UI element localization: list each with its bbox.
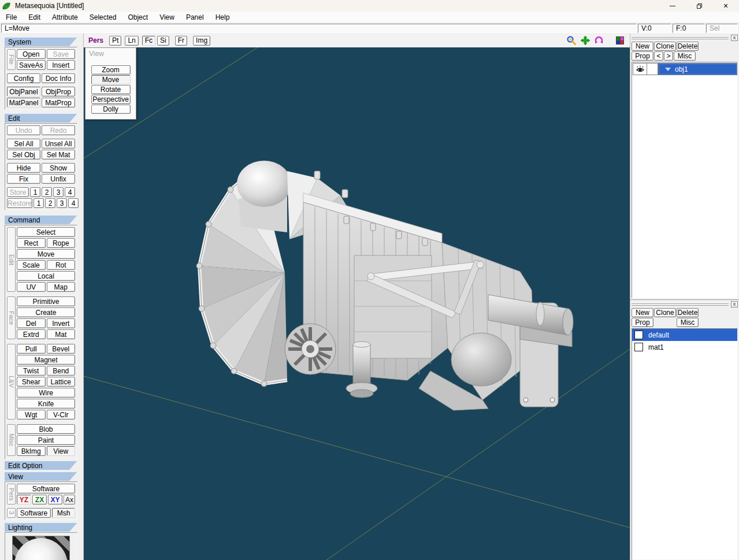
- ax-toggle[interactable]: Ax: [64, 495, 75, 505]
- object-new-button[interactable]: New: [632, 42, 653, 51]
- view-rotate-button[interactable]: Rotate: [91, 85, 131, 94]
- sel-obj-button[interactable]: Sel Obj: [7, 150, 40, 160]
- material-new-button[interactable]: New: [632, 308, 653, 317]
- unsel-all-button[interactable]: Unsel All: [42, 139, 75, 149]
- extrd-command[interactable]: Extrd: [17, 329, 46, 339]
- fr-toggle[interactable]: Fr: [175, 36, 187, 46]
- rope-command[interactable]: Rope: [47, 238, 76, 248]
- docinfo-button[interactable]: Doc Info: [42, 73, 75, 83]
- material-misc-button[interactable]: Misc: [677, 318, 699, 327]
- object-row-selected[interactable]: obj1: [658, 63, 737, 75]
- save-button[interactable]: Save: [47, 49, 76, 59]
- perspective-3d-canvas[interactable]: View Zoom Move Rotate Perspective Dolly: [84, 47, 630, 560]
- bkimg-command[interactable]: BkImg: [17, 446, 46, 456]
- lattice-command[interactable]: Lattice: [47, 377, 76, 387]
- wgt-command[interactable]: Wgt: [17, 410, 46, 420]
- rotate-tool-icon[interactable]: [594, 35, 604, 46]
- scale-command[interactable]: Scale: [17, 260, 46, 270]
- pers-group-tab[interactable]: Pers: [7, 484, 16, 505]
- sel-all-button[interactable]: Sel All: [7, 139, 40, 149]
- light-sphere[interactable]: [14, 538, 68, 560]
- command-misc-group-tab[interactable]: Misc: [7, 424, 16, 456]
- menu-object[interactable]: Object: [122, 12, 154, 23]
- object-list[interactable]: obj1: [632, 62, 738, 298]
- objprop-button[interactable]: ObjProp: [42, 87, 75, 97]
- menu-panel[interactable]: Panel: [180, 12, 210, 23]
- view-zoom-button[interactable]: Zoom: [91, 65, 131, 75]
- system-panel-header[interactable]: System: [5, 37, 77, 46]
- command-face-group-tab[interactable]: Face: [7, 296, 16, 339]
- del-command[interactable]: Del: [17, 318, 46, 328]
- minimize-button[interactable]: [659, 0, 686, 12]
- view-control-panel[interactable]: View Zoom Move Rotate Perspective Dolly: [85, 47, 136, 120]
- object-delete-button[interactable]: Delete: [677, 42, 699, 51]
- fc-toggle[interactable]: Fc: [142, 36, 155, 46]
- menu-attribute[interactable]: Attribute: [46, 12, 84, 23]
- menu-help[interactable]: Help: [210, 12, 236, 23]
- img-toggle[interactable]: Img: [193, 36, 210, 46]
- command-edit-group-tab[interactable]: Edit: [7, 227, 16, 292]
- rect-command[interactable]: Rect: [17, 238, 46, 248]
- edit-panel-header[interactable]: Edit: [5, 113, 77, 123]
- store-button[interactable]: Store: [7, 187, 29, 197]
- light-preview[interactable]: [12, 536, 70, 560]
- zoom-tool-icon[interactable]: [566, 35, 577, 46]
- view-panel-header[interactable]: View: [5, 472, 77, 481]
- edit-option-panel-header[interactable]: Edit Option: [5, 461, 77, 470]
- file-group-tab[interactable]: File: [7, 49, 16, 70]
- material-list-item[interactable]: default: [632, 329, 737, 341]
- bevel-command[interactable]: Bevel: [47, 344, 76, 354]
- create-command[interactable]: Create: [17, 307, 75, 317]
- material-panel-close-icon[interactable]: x: [731, 301, 738, 307]
- object-color-box[interactable]: [647, 63, 658, 75]
- zx-axis-toggle[interactable]: ZX: [32, 495, 47, 505]
- paint-command[interactable]: Paint: [17, 435, 75, 445]
- show-button[interactable]: Show: [42, 163, 75, 173]
- unfix-button[interactable]: Unfix: [42, 174, 75, 184]
- redo-button[interactable]: Redo: [42, 125, 75, 135]
- object-clone-button[interactable]: Clone: [654, 42, 676, 51]
- sel-mat-button[interactable]: Sel Mat: [42, 150, 75, 160]
- insert-button[interactable]: Insert: [47, 60, 76, 70]
- ln-toggle[interactable]: Ln: [125, 36, 138, 46]
- object-misc-button[interactable]: Misc: [674, 51, 696, 61]
- material-prop-button[interactable]: Prop: [632, 318, 653, 327]
- material-list-item[interactable]: mat1: [632, 341, 737, 353]
- menu-edit[interactable]: Edit: [23, 12, 46, 23]
- store-slot-2[interactable]: 2: [42, 187, 52, 197]
- mat-command[interactable]: Mat: [47, 329, 76, 339]
- object-list-item[interactable]: obj1: [632, 62, 737, 76]
- software-render-button-2[interactable]: Software: [17, 508, 51, 518]
- menu-view[interactable]: View: [154, 12, 180, 23]
- map-command[interactable]: Map: [47, 282, 76, 292]
- view-dolly-button[interactable]: Dolly: [91, 105, 131, 114]
- material-color-icon[interactable]: [616, 36, 624, 44]
- move-command[interactable]: Move: [17, 249, 75, 259]
- store-slot-4[interactable]: 4: [65, 187, 75, 197]
- object-panel-close-icon[interactable]: x: [731, 35, 738, 41]
- command-panel-header[interactable]: Command: [5, 215, 77, 224]
- view-move-button[interactable]: Move: [91, 75, 131, 84]
- local-command[interactable]: Local: [17, 271, 75, 281]
- object-prop-button[interactable]: Prop: [632, 51, 653, 61]
- object-prev-button[interactable]: <: [654, 51, 663, 61]
- close-button[interactable]: ×: [712, 0, 739, 12]
- material-panel-grip[interactable]: [632, 303, 729, 306]
- matpanel-toggle[interactable]: MatPanel: [7, 98, 40, 107]
- material-delete-button[interactable]: Delete: [677, 308, 699, 317]
- open-button[interactable]: Open: [17, 49, 46, 59]
- yz-axis-toggle[interactable]: YZ: [17, 495, 31, 505]
- object-next-button[interactable]: >: [664, 51, 673, 61]
- objpanel-toggle[interactable]: ObjPanel: [7, 87, 40, 97]
- move-tool-icon[interactable]: [580, 35, 591, 46]
- view-perspective-button[interactable]: Perspective: [91, 95, 131, 104]
- magnet-command[interactable]: Magnet: [17, 355, 75, 365]
- matprop-button[interactable]: MatProp: [42, 98, 75, 107]
- fix-button[interactable]: Fix: [7, 174, 40, 184]
- hide-button[interactable]: Hide: [7, 163, 40, 173]
- primitive-command[interactable]: Primitive: [17, 296, 75, 306]
- undo-button[interactable]: Undo: [7, 125, 40, 135]
- three-group-tab[interactable]: 3: [7, 508, 16, 518]
- twist-command[interactable]: Twist: [17, 366, 46, 376]
- si-toggle[interactable]: Si: [157, 36, 169, 46]
